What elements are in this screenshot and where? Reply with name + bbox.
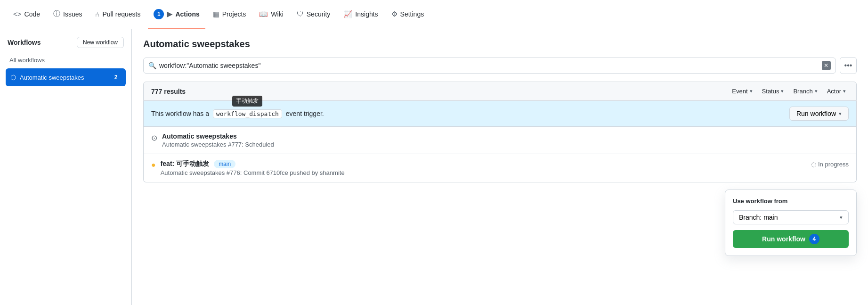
dispatch-code: workflow_dispatch <box>213 109 282 118</box>
nav-pull-requests[interactable]: ⑃ Pull requests <box>89 0 146 29</box>
dispatch-tooltip: 手动触发 <box>232 96 262 107</box>
dispatch-code-wrap: 手动触发 workflow_dispatch <box>213 110 282 117</box>
sidebar: Workflows New workflow All workflows ⬡ A… <box>0 29 132 305</box>
sidebar-header: Workflows New workflow <box>6 37 126 48</box>
run-subtitle-777: Automatic sweepstakes #777: Scheduled <box>162 141 849 148</box>
run-title-776: feat: 可手动触发 <box>161 160 209 168</box>
dispatch-banner: This workflow has a 手动触发 workflow_dispat… <box>143 101 857 127</box>
nav-insights-label: Insights <box>355 10 378 18</box>
run-info-776: feat: 可手动触发 main Automatic sweepstakes #… <box>161 160 811 176</box>
search-bar: 🔍 ✕ ••• <box>143 57 857 74</box>
filter-status-label: Status <box>762 88 779 95</box>
filter-group: Event ▾ Status ▾ Branch ▾ Actor ▾ <box>729 87 849 96</box>
search-input[interactable] <box>159 62 822 69</box>
dispatch-suffix: event trigger. <box>286 110 324 117</box>
nav-settings-label: Settings <box>400 10 424 18</box>
branch-select-label: Branch: main <box>739 214 778 221</box>
run-workflow-button[interactable]: Run workflow ▾ <box>789 107 849 121</box>
table-row[interactable]: ⊙ Automatic sweepstakes Automatic sweeps… <box>144 127 856 154</box>
nav-issues[interactable]: ⓘ Issues <box>48 0 88 29</box>
pull-requests-icon: ⑃ <box>95 10 99 18</box>
nav-pull-requests-label: Pull requests <box>102 10 140 18</box>
search-input-wrap: 🔍 ✕ <box>143 58 836 74</box>
nav-wiki-label: Wiki <box>271 10 283 18</box>
filter-event-label: Event <box>732 88 747 95</box>
dispatch-prefix: This workflow has a <box>151 110 209 117</box>
sidebar-item-automatic-sweepstakes[interactable]: ⬡ Automatic sweepstakes 2 <box>6 68 126 86</box>
issues-icon: ⓘ <box>53 9 60 18</box>
search-icon: 🔍 <box>148 62 156 69</box>
filter-branch[interactable]: Branch ▾ <box>790 87 820 96</box>
branch-select-chevron-icon: ▾ <box>840 214 843 221</box>
branch-select-button[interactable]: Branch: main ▾ <box>733 210 849 224</box>
settings-icon: ⚙ <box>391 10 397 18</box>
run-title-row: feat: 可手动触发 main <box>161 160 811 168</box>
in-progress-spinner: ◌ <box>811 161 816 168</box>
actions-play-icon: ▶ <box>167 10 172 18</box>
sidebar-title: Workflows <box>8 39 41 46</box>
nav-settings[interactable]: ⚙ Settings <box>386 0 430 29</box>
sidebar-workflow-label: Automatic sweepstakes <box>20 74 84 81</box>
sidebar-all-workflows[interactable]: All workflows <box>6 54 126 66</box>
nav-security[interactable]: 🛡 Security <box>291 0 336 29</box>
page-title: Automatic sweepstakes <box>143 39 857 49</box>
dispatch-text: This workflow has a 手动触发 workflow_dispat… <box>151 110 324 117</box>
run-title-777: Automatic sweepstakes <box>162 132 849 140</box>
workflow-icon: ⬡ <box>10 74 16 81</box>
filter-actor-label: Actor <box>827 88 841 95</box>
filter-branch-label: Branch <box>793 88 812 95</box>
code-icon: <> <box>13 10 22 18</box>
content-area: Automatic sweepstakes 🔍 ✕ ••• 777 result… <box>132 29 868 305</box>
filter-event[interactable]: Event ▾ <box>729 87 755 96</box>
insights-icon: 📈 <box>343 10 352 18</box>
run-workflow-green-label: Run workflow <box>762 235 805 243</box>
nav-wiki[interactable]: 📖 Wiki <box>253 0 289 29</box>
nav-code-label: Code <box>24 10 40 18</box>
main-layout: Workflows New workflow All workflows ⬡ A… <box>0 29 868 305</box>
run-workflow-popup: Use workflow from Branch: main ▾ Run wor… <box>725 190 857 256</box>
run-subtitle-776: Automatic sweepstakes #776: Commit 6710f… <box>161 169 811 176</box>
nav-code[interactable]: <> Code <box>8 0 46 29</box>
run-badge-main: main <box>214 160 235 168</box>
filter-actor[interactable]: Actor ▾ <box>824 87 849 96</box>
run-list: ⊙ Automatic sweepstakes Automatic sweeps… <box>143 127 857 182</box>
actions-badge: 1 <box>154 9 164 19</box>
run-status-icon-777: ⊙ <box>151 133 157 142</box>
search-more-button[interactable]: ••• <box>840 57 857 74</box>
popup-title: Use workflow from <box>733 198 849 205</box>
nav-insights[interactable]: 📈 Insights <box>338 0 383 29</box>
projects-icon: ▦ <box>213 10 219 18</box>
results-count: 777 results <box>151 88 186 95</box>
run-info-777: Automatic sweepstakes Automatic sweepsta… <box>162 132 849 148</box>
run-workflow-green-button[interactable]: Run workflow 4 <box>733 230 849 248</box>
run-workflow-label: Run workflow <box>796 110 836 117</box>
status-chevron-icon: ▾ <box>781 88 784 94</box>
branch-chevron-icon: ▾ <box>815 88 818 94</box>
event-chevron-icon: ▾ <box>750 88 753 94</box>
security-icon: 🛡 <box>297 10 304 18</box>
search-clear-button[interactable]: ✕ <box>822 61 831 70</box>
run-status-in-progress: ◌ In progress <box>811 161 849 168</box>
nav-security-label: Security <box>307 10 331 18</box>
run-workflow-popup-badge: 4 <box>809 234 819 244</box>
nav-actions-label: Actions <box>175 10 199 18</box>
filter-status[interactable]: Status ▾ <box>759 87 787 96</box>
run-workflow-chevron-icon: ▾ <box>839 111 842 117</box>
table-row[interactable]: ● feat: 可手动触发 main Automatic sweepstakes… <box>144 154 856 182</box>
in-progress-label: In progress <box>818 161 849 168</box>
run-status-icon-776: ● <box>151 161 156 169</box>
nav-actions[interactable]: 1 ▶ Actions <box>148 0 205 29</box>
top-nav: <> Code ⓘ Issues ⑃ Pull requests 1 ▶ Act… <box>0 0 868 29</box>
actor-chevron-icon: ▾ <box>843 88 846 94</box>
sidebar-workflow-badge: 2 <box>111 72 121 82</box>
new-workflow-button[interactable]: New workflow <box>77 37 124 48</box>
nav-projects[interactable]: ▦ Projects <box>207 0 252 29</box>
nav-projects-label: Projects <box>222 10 246 18</box>
wiki-icon: 📖 <box>259 10 268 18</box>
nav-issues-label: Issues <box>63 10 82 18</box>
